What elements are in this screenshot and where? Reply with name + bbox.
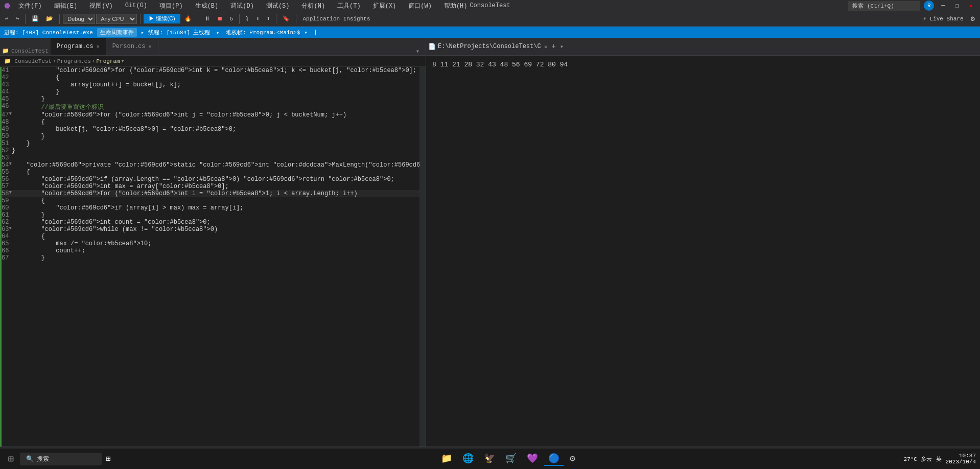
taskbar-explorer[interactable]: 📁 (437, 452, 456, 466)
pause-btn[interactable]: ⏸ (201, 14, 213, 23)
tab-person-cs-label: Person.cs (112, 43, 146, 50)
console-output: 8 11 21 28 32 43 48 56 69 72 80 94 (426, 56, 980, 447)
save-btn[interactable]: 💾 (29, 14, 42, 23)
taskbar-vs-dotnet[interactable]: 💜 (523, 452, 542, 466)
line-number: 47 (2, 111, 9, 119)
taskbar-datetime[interactable]: 10:37 2023/10/4 (946, 453, 976, 465)
menu-extend[interactable]: 扩展(X) (369, 1, 401, 11)
menu-analyze[interactable]: 分析(N) (297, 1, 329, 11)
redo-btn[interactable]: ↪ (13, 14, 22, 23)
code-line: //最后要重置这个标识 (12, 103, 419, 111)
cpu-dropdown[interactable]: Any CPU (96, 14, 137, 24)
app-icon: ⬣ (4, 2, 10, 10)
menu-file[interactable]: 文件(F) (14, 1, 46, 11)
vertical-scrollbar[interactable] (419, 67, 426, 447)
taskbar-tools[interactable]: ⚙ (566, 452, 579, 466)
taskbar-widgets-btn[interactable]: ⊞ (104, 454, 113, 464)
step-over-btn[interactable]: ⤵ (243, 14, 252, 23)
taskbar-vs[interactable]: 🔵 (544, 452, 564, 466)
menu-git[interactable]: Git(G) (121, 1, 151, 10)
search-box[interactable]: 搜索 (Ctrl+Q) (848, 1, 920, 11)
stack-label[interactable]: 堆栈帧: Program.<Main>$ (226, 29, 300, 36)
breadcrumb-solution[interactable]: 📁 ConsoleTest (4, 58, 52, 64)
separator-dot2: ▸ (216, 29, 220, 36)
windows-start-btn[interactable]: ⊞ (4, 453, 18, 464)
code-line: } (12, 133, 419, 140)
taskbar-edge[interactable]: 🌐 (458, 452, 478, 466)
code-line: } (12, 147, 419, 154)
breadcrumb-symbol[interactable]: Program (96, 58, 120, 64)
open-btn[interactable]: 📂 (43, 14, 56, 23)
code-line: "color:#569cd6">int max = array["color:#… (12, 183, 419, 190)
toolbar-sep3 (140, 14, 141, 24)
code-line: } (12, 212, 419, 219)
toolbar-fire-btn[interactable]: 🔥 (181, 14, 195, 23)
toolbar-sep4 (198, 14, 198, 24)
code-line: { (12, 169, 419, 176)
taskbar-language[interactable]: 英 (936, 455, 942, 463)
user-avatar[interactable]: R (924, 1, 934, 11)
line-number: 57 (2, 183, 9, 190)
tab-program-cs-close[interactable]: ✕ (97, 43, 100, 50)
restore-button[interactable]: ❐ (952, 2, 962, 10)
taskbar-weather[interactable]: 27°C 多云 (904, 455, 932, 463)
toolbar-sep1 (25, 14, 26, 24)
line-number: 50 (2, 133, 9, 140)
location-dropdown-icon[interactable]: ▾ (304, 29, 308, 36)
tab-list-btn[interactable]: ▾ (414, 48, 422, 55)
toolbar-sep2 (59, 14, 60, 24)
code-line: "color:#569cd6">if (array.Length == "col… (12, 176, 419, 183)
menu-window[interactable]: 窗口(W) (404, 1, 436, 11)
code-line: "color:#569cd6">for ("color:#569cd6">int… (12, 111, 419, 119)
menu-debug[interactable]: 调试(D) (226, 1, 258, 11)
code-line: } (12, 88, 419, 96)
thread-label: 线程: [15684] 主线程 (148, 29, 210, 36)
menu-test[interactable]: 测试(S) (262, 1, 294, 11)
taskbar-browser2[interactable]: 🦅 (480, 452, 499, 466)
step-out-btn[interactable]: ⬆ (264, 14, 273, 23)
taskbar-apps: 📁 🌐 🦅 🛒 💜 🔵 ⚙ (114, 452, 901, 466)
step-into-btn[interactable]: ⬇ (253, 14, 263, 23)
application-insights-btn[interactable]: Application Insights (299, 16, 373, 22)
undo-btn[interactable]: ↩ (2, 14, 12, 23)
tab-program-cs-label: Program.cs (57, 43, 94, 50)
settings-icon[interactable]: ⚙ (968, 14, 978, 23)
rpanel-close-btn[interactable]: ✕ (544, 43, 548, 50)
code-line: } (12, 140, 419, 147)
line-number: 46 (2, 103, 9, 111)
restart-btn[interactable]: ↻ (227, 14, 237, 23)
tab-person-cs[interactable]: Person.cs ✕ (106, 38, 158, 55)
toolbar-sep7 (296, 14, 296, 24)
code-line: "color:#569cd6">for ("color:#569cd6">int… (12, 67, 419, 74)
run-button[interactable]: ▶ 继续(C) (144, 14, 180, 24)
taskbar-store[interactable]: 🛒 (501, 452, 521, 466)
close-button[interactable]: ✕ (966, 2, 976, 10)
code-line: { (12, 74, 419, 81)
rpanel-add-btn[interactable]: + (547, 42, 559, 51)
menu-tools[interactable]: 工具(T) (333, 1, 365, 11)
taskbar-search[interactable]: 🔍 搜索 (20, 453, 102, 465)
menu-edit[interactable]: 编辑(E) (50, 1, 82, 11)
minimize-button[interactable]: — (938, 2, 948, 9)
stop-btn[interactable]: ⏹ (214, 14, 226, 23)
code-container[interactable]: 41 "color:#569cd6">for ("color:#569cd6">… (2, 67, 419, 447)
rpanel-dropdown-btn[interactable]: ▾ (560, 43, 564, 51)
line-number: 63 (2, 226, 9, 233)
tab-person-cs-close[interactable]: ✕ (148, 43, 151, 50)
code-line: { (12, 197, 419, 204)
live-share-btn[interactable]: ⚡ Live Share (920, 15, 966, 22)
lifecycle-label[interactable]: 生命周期事件 (97, 28, 137, 37)
line-number: 65 (2, 240, 9, 247)
bookmark-btn[interactable]: 🔖 (279, 14, 293, 23)
breadcrumb-file[interactable]: Program.cs (57, 58, 91, 64)
menu-help[interactable]: 帮助(H) (440, 1, 472, 11)
tab-program-cs[interactable]: Program.cs ✕ (51, 38, 106, 55)
menu-build[interactable]: 生成(B) (191, 1, 223, 11)
debug-config-dropdown[interactable]: Debug (63, 14, 95, 24)
line-number: 41 (2, 67, 9, 74)
menu-project[interactable]: 项目(P) (155, 1, 187, 11)
line-number: 60 (2, 204, 9, 212)
code-table: 41 "color:#569cd6">for ("color:#569cd6">… (2, 67, 419, 262)
breadcrumb-dropdown[interactable]: ▾ (121, 58, 125, 64)
menu-view[interactable]: 视图(V) (85, 1, 117, 11)
